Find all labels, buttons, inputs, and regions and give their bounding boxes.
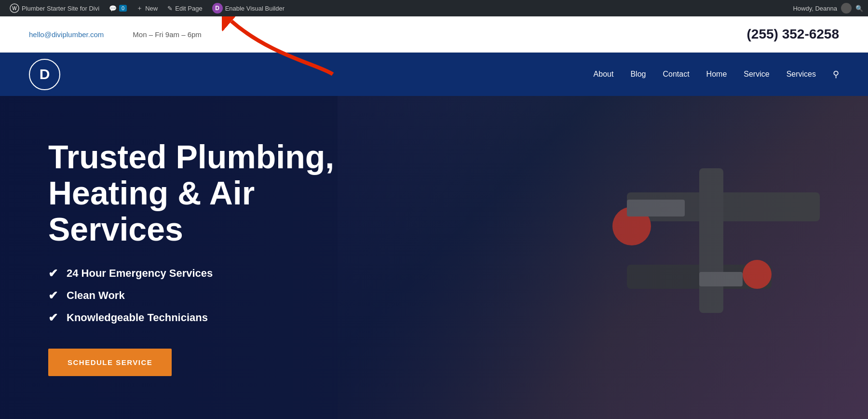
new-label: New [145, 5, 158, 12]
phone-number: (255) 352-6258 [747, 27, 839, 42]
search-button[interactable]: ⚲ [833, 69, 839, 80]
edit-page-item[interactable]: ✎ Edit Page [163, 0, 207, 16]
nav-link-service[interactable]: Service [744, 70, 769, 78]
hero-section: Trusted Plumbing, Heating & Air Services… [0, 96, 868, 419]
feature-label-2: Clean Work [67, 289, 125, 302]
hero-content: Trusted Plumbing, Heating & Air Services… [0, 139, 434, 376]
edit-icon: ✎ [167, 5, 173, 12]
top-info-bar: hello@diviplumber.com Mon – Fri 9am – 6p… [0, 16, 868, 53]
checkmark-icon-3: ✔ [48, 311, 58, 324]
edit-page-label: Edit Page [175, 5, 202, 12]
nav-item-home[interactable]: Home [706, 70, 727, 79]
divi-icon: D [212, 3, 223, 14]
nav-link-services[interactable]: Services [787, 70, 816, 78]
nav-item-contact[interactable]: Contact [663, 70, 689, 79]
email-label: hello@diviplumber.com [29, 30, 104, 39]
admin-bar-right: Howdy, Deanna 🔍 [793, 3, 863, 14]
nav-item-service[interactable]: Service [744, 70, 769, 79]
hours-label: Mon – Fri 9am – 6pm [133, 30, 202, 39]
visual-builder-item[interactable]: D Enable Visual Builder [207, 0, 289, 16]
nav-item-search[interactable]: ⚲ [833, 69, 839, 80]
howdy-label: Howdy, Deanna [793, 5, 837, 12]
user-avatar-icon [841, 3, 852, 14]
nav-item-blog[interactable]: Blog [630, 70, 646, 79]
checkmark-icon-2: ✔ [48, 289, 58, 302]
new-item[interactable]: ＋ New [132, 0, 163, 16]
wp-logo-item[interactable]: W Plumber Starter Site for Divi [5, 0, 104, 16]
hero-features-list: ✔ 24 Hour Emergency Services ✔ Clean Wor… [48, 267, 386, 324]
comment-icon: 💬 [109, 5, 117, 12]
feature-label-3: Knowledgeable Technicians [67, 311, 208, 324]
site-name-label: Plumber Starter Site for Divi [22, 5, 99, 12]
nav-link-blog[interactable]: Blog [630, 70, 646, 78]
cta-button[interactable]: SCHEDULE SERVICE [48, 349, 172, 376]
nav-link-contact[interactable]: Contact [663, 70, 689, 78]
nav-link-home[interactable]: Home [706, 70, 727, 78]
nav-item-about[interactable]: About [594, 70, 614, 79]
nav-link-about[interactable]: About [594, 70, 614, 78]
comment-count: 0 [119, 5, 127, 12]
comments-item[interactable]: 💬 0 [104, 0, 132, 16]
nav-item-services[interactable]: Services [787, 70, 816, 79]
svg-text:W: W [12, 6, 17, 11]
plus-icon: ＋ [136, 4, 143, 13]
search-admin-icon[interactable]: 🔍 [855, 5, 863, 12]
nav-links: About Blog Contact Home Service Services… [594, 69, 839, 80]
visual-builder-label: Enable Visual Builder [225, 5, 285, 12]
admin-bar: W Plumber Starter Site for Divi 💬 0 ＋ Ne… [0, 0, 868, 16]
feature-item-1: ✔ 24 Hour Emergency Services [48, 267, 386, 280]
feature-item-3: ✔ Knowledgeable Technicians [48, 311, 386, 324]
logo-letter: D [40, 66, 50, 82]
hero-title: Trusted Plumbing, Heating & Air Services [48, 139, 386, 247]
wordpress-icon: W [10, 3, 19, 13]
nav-bar: D About Blog Contact Home Service Servic… [0, 53, 868, 96]
checkmark-icon-1: ✔ [48, 267, 58, 280]
logo[interactable]: D [29, 59, 60, 90]
feature-item-2: ✔ Clean Work [48, 289, 386, 302]
feature-label-1: 24 Hour Emergency Services [67, 267, 213, 280]
contact-info-group: hello@diviplumber.com Mon – Fri 9am – 6p… [29, 30, 202, 39]
